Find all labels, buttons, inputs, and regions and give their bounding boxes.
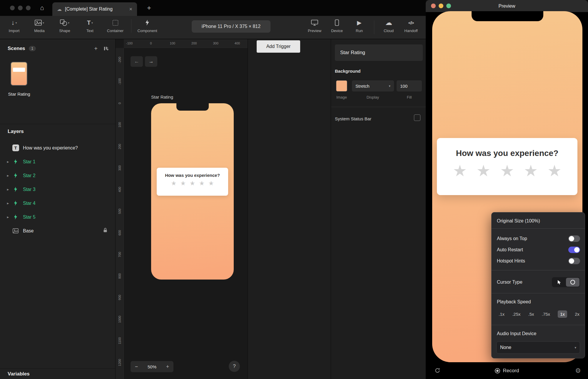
hotspot-hints-toggle[interactable] — [568, 258, 580, 264]
expander-icon[interactable]: ▸ — [4, 159, 12, 164]
fill-sublabel: Fill — [400, 95, 418, 99]
window-controls[interactable] — [10, 6, 31, 10]
tab-title: [Complete] Star Rating — [65, 6, 126, 12]
auto-restart-toggle[interactable] — [568, 247, 580, 253]
display-mode-dropdown[interactable]: Stretch ▾ — [352, 80, 394, 92]
add-trigger-button[interactable]: Add Trigger — [257, 40, 300, 53]
chevron-down-icon: ▾ — [574, 346, 576, 350]
device-button[interactable]: Device — [326, 19, 348, 33]
component-button[interactable]: Component — [136, 19, 158, 33]
expander-icon[interactable]: ▸ — [4, 215, 12, 219]
star-icon[interactable]: ★ — [453, 163, 467, 179]
always-on-top-toggle[interactable] — [568, 235, 580, 242]
star-icon[interactable]: ★ — [208, 180, 214, 186]
media-button[interactable]: ▾ Media — [28, 19, 51, 33]
speed-option[interactable]: .5x — [528, 312, 534, 317]
original-size-menu-item[interactable]: Original Size (100%) — [497, 215, 580, 227]
layer-row-star4[interactable]: ▸ Star 4 — [0, 196, 115, 210]
layer-label: Star 1 — [23, 159, 36, 164]
preview-window-controls[interactable] — [431, 4, 451, 8]
preview-button[interactable]: Preview — [303, 19, 326, 33]
audio-input-select[interactable]: None ▾ — [496, 341, 580, 354]
scene-name[interactable]: Star Rating — [0, 92, 38, 97]
speed-option[interactable]: .75x — [542, 312, 550, 317]
window-zoom-button[interactable] — [446, 4, 451, 8]
document-tab[interactable]: ☁ [Complete] Star Rating × — [52, 2, 137, 16]
status-bar-checkbox[interactable] — [414, 114, 420, 121]
speed-option[interactable]: 2x — [575, 312, 579, 317]
window-minimize-button[interactable] — [18, 6, 23, 10]
record-icon — [495, 368, 500, 373]
fill-input[interactable]: 100 — [397, 80, 422, 92]
help-button[interactable]: ? — [229, 361, 240, 372]
preview-window-title: Preview — [499, 4, 515, 9]
back-button[interactable]: ← — [131, 56, 143, 67]
container-button[interactable]: Container — [104, 19, 126, 33]
shape-button[interactable]: ▾ Shape — [54, 19, 76, 33]
chevron-down-icon: ▾ — [389, 84, 390, 88]
ruler-y-tick: 200 — [118, 144, 121, 149]
star-icon[interactable]: ★ — [190, 180, 195, 186]
home-icon: ⌂ — [40, 4, 44, 12]
expander-icon[interactable]: ▸ — [4, 201, 12, 205]
preview-settings-button[interactable]: ⚙ — [575, 367, 581, 375]
scene-thumbnail[interactable] — [11, 62, 27, 86]
import-label: Import — [9, 29, 20, 33]
window-zoom-button[interactable] — [26, 6, 31, 10]
star-icon[interactable]: ★ — [524, 163, 538, 179]
cursor-touch-option[interactable] — [566, 278, 579, 287]
layer-row-star2[interactable]: ▸ Star 2 — [0, 169, 115, 182]
layer-row-star5[interactable]: ▸ Star 5 — [0, 210, 115, 224]
shape-icon — [60, 19, 67, 26]
zoom-level[interactable]: 50% — [142, 364, 162, 369]
record-button[interactable]: Record — [495, 368, 519, 374]
run-button[interactable]: ▶ Run — [348, 19, 370, 33]
import-button[interactable]: ↓▾ Import — [3, 19, 25, 33]
expander-icon[interactable]: ▸ — [4, 173, 12, 178]
chevron-down-icon: ▾ — [43, 21, 44, 24]
handoff-button[interactable]: </> Handoff — [400, 19, 422, 33]
add-scene-button[interactable]: + — [94, 45, 98, 52]
restart-button[interactable] — [435, 368, 440, 375]
canvas[interactable]: -1000100200300400 -200-10001002003004005… — [116, 39, 248, 379]
forward-button[interactable]: → — [145, 56, 157, 67]
star-icon[interactable]: ★ — [547, 163, 562, 179]
cloud-button[interactable]: ☁ Cloud — [377, 19, 400, 33]
zoom-out-button[interactable]: − — [131, 364, 142, 370]
zoom-in-button[interactable]: + — [162, 364, 173, 370]
cursor-arrow-option[interactable] — [552, 278, 566, 287]
close-tab-icon[interactable]: × — [129, 6, 132, 12]
star-icon[interactable]: ★ — [171, 180, 176, 186]
star-icon[interactable]: ★ — [199, 180, 205, 186]
star-icon[interactable]: ★ — [500, 163, 514, 179]
speed-option[interactable]: .1x — [499, 312, 505, 317]
expander-icon[interactable]: ▸ — [4, 187, 12, 192]
star-icon[interactable]: ★ — [476, 163, 490, 179]
menu-divider — [492, 270, 585, 270]
scene-list-view-icon[interactable] — [103, 46, 109, 51]
layer-row-base[interactable]: Base — [0, 224, 115, 238]
selected-scene-title[interactable]: Star Rating — [335, 44, 423, 61]
star-icon[interactable]: ★ — [180, 180, 186, 186]
background-color-swatch[interactable] — [336, 80, 347, 92]
canvas-phone-frame[interactable]: How was you experience? ★ ★ ★ ★ ★ — [151, 103, 234, 280]
window-close-button[interactable] — [431, 4, 436, 8]
layer-row-text[interactable]: T How was you experience? — [0, 141, 115, 155]
forward-arrow-icon: → — [149, 59, 154, 64]
new-tab-button[interactable]: + — [145, 4, 153, 12]
layer-row-star1[interactable]: ▸ Star 1 — [0, 155, 115, 169]
speed-option[interactable]: 1x — [558, 310, 567, 318]
window-minimize-button[interactable] — [439, 4, 443, 8]
window-close-button[interactable] — [10, 6, 15, 10]
preview-window: Preview How was you experience? ★ ★ ★ ★ … — [426, 0, 588, 379]
layer-row-star3[interactable]: ▸ Star 3 — [0, 182, 115, 196]
ruler-y-tick: 300 — [118, 165, 121, 171]
variables-section[interactable]: Variables — [0, 368, 115, 379]
rating-card[interactable]: How was you experience? ★ ★ ★ ★ ★ — [157, 168, 228, 196]
app: ⌂ ☁ [Complete] Star Rating × + ↓▾ Import… — [0, 0, 588, 379]
speed-option[interactable]: .25x — [512, 312, 520, 317]
device-selector[interactable]: iPhone 11 Pro / X 375 × 812 — [192, 20, 270, 33]
home-button[interactable]: ⌂ — [38, 4, 46, 12]
canvas-scene-label[interactable]: Star Rating — [151, 94, 173, 99]
text-button[interactable]: T▾ Text — [79, 19, 101, 33]
